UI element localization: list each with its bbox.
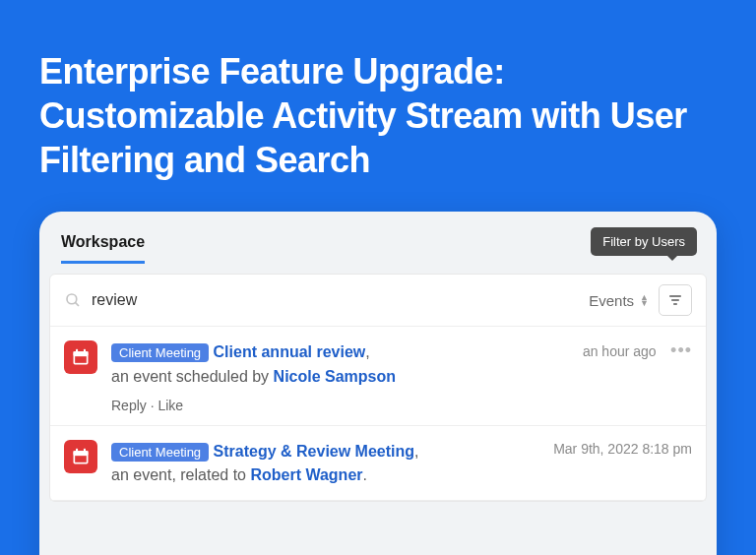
activity-item: Client Meeting Strategy & Review Meeting… [50,426,706,502]
user-link[interactable]: Robert Wagner [250,466,362,483]
item-title-line: Client Meeting Strategy & Review Meeting… [111,440,539,489]
item-time: Mar 9th, 2022 8:18 pm [553,441,692,457]
event-title-link[interactable]: Strategy & Review Meeting [214,443,415,460]
category-pill[interactable]: Client Meeting [111,443,209,462]
filter-button[interactable] [659,284,692,316]
tab-workspace[interactable]: Workspace [61,233,145,264]
svg-rect-14 [84,448,86,452]
item-subtitle: an event, related to [111,466,246,483]
tab-bar: Workspace Filter by Users [39,212,717,264]
category-pill[interactable]: Client Meeting [111,343,209,362]
user-link[interactable]: Nicole Sampson [274,368,396,385]
svg-rect-13 [76,448,78,452]
more-icon[interactable]: ••• [670,340,692,360]
svg-rect-12 [75,456,87,462]
reply-link[interactable]: Reply [111,398,147,413]
search-icon [64,291,82,309]
item-meta: an hour ago ••• [583,340,692,413]
svg-rect-8 [76,349,78,353]
svg-line-1 [75,302,79,306]
svg-point-0 [67,294,77,304]
filter-icon [667,292,683,308]
sort-icon: ▲▼ [640,294,649,306]
item-body: Client Meeting Strategy & Review Meeting… [111,440,539,489]
events-select[interactable]: Events ▲▼ [589,292,649,309]
activity-item: Client Meeting Client annual review, an … [50,327,706,426]
calendar-icon [64,340,97,374]
events-select-label: Events [589,292,634,309]
page-headline: Enterprise Feature Upgrade: Customizable… [0,0,756,212]
svg-rect-9 [84,349,86,353]
item-meta: Mar 9th, 2022 8:18 pm [553,440,692,489]
like-link[interactable]: Like [158,398,183,413]
svg-rect-7 [75,356,87,363]
item-title-line: Client Meeting Client annual review, an … [111,340,569,390]
filter-tooltip: Filter by Users [591,227,697,256]
svg-rect-6 [74,351,89,355]
activity-panel: Events ▲▼ Client Meeting Client annual r… [49,274,707,502]
item-subtitle: an event scheduled by [111,368,269,385]
svg-rect-11 [74,451,89,455]
search-input[interactable] [92,291,589,309]
calendar-icon [64,440,97,473]
item-body: Client Meeting Client annual review, an … [111,340,569,413]
activity-card: Workspace Filter by Users Events ▲▼ [39,212,717,555]
search-row: Events ▲▼ [50,275,706,327]
event-title-link[interactable]: Client annual review [214,343,366,360]
item-time: an hour ago [583,343,657,359]
item-actions: Reply · Like [111,398,569,413]
